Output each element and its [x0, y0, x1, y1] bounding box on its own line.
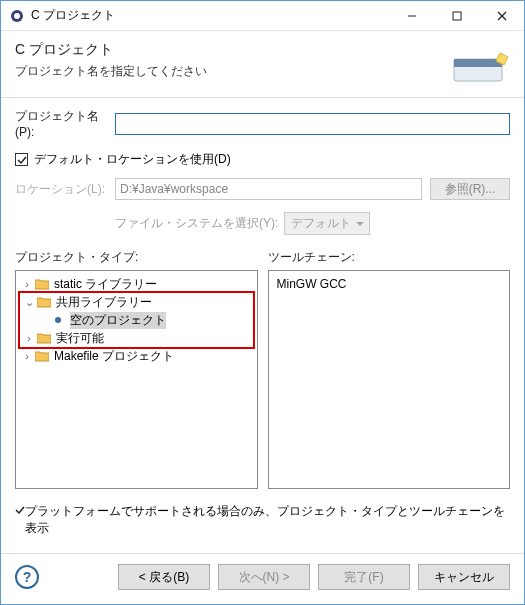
- finish-button: 完了(F): [318, 564, 410, 590]
- cancel-button[interactable]: キャンセル: [418, 564, 510, 590]
- chevron-right-icon[interactable]: ›: [22, 332, 36, 344]
- location-label: ロケーション(L):: [15, 181, 115, 198]
- columns: プロジェクト・タイプ: ›static ライブラリー⌄共用ライブラリー空のプロジ…: [15, 249, 510, 489]
- minimize-button[interactable]: [389, 1, 434, 30]
- project-name-input[interactable]: [115, 113, 510, 135]
- chevron-right-icon[interactable]: ›: [20, 278, 34, 290]
- toolchain-column: ツールチェーン: MinGW GCC: [268, 249, 511, 489]
- dialog-window: C プロジェクト C プロジェクト プロジェクト名を指定してください プロジェク…: [0, 0, 525, 605]
- app-icon: [9, 8, 25, 24]
- default-location-label: デフォルト・ロケーションを使用(D): [34, 151, 231, 168]
- wizard-header: C プロジェクト プロジェクト名を指定してください: [1, 31, 524, 98]
- wizard-banner-icon: [446, 41, 510, 89]
- project-type-caption: プロジェクト・タイプ:: [15, 249, 258, 266]
- folder-icon: [34, 278, 50, 290]
- close-button[interactable]: [479, 1, 524, 30]
- tree-item[interactable]: ›Makefile プロジェクト: [18, 347, 255, 365]
- project-name-label: プロジェクト名(P):: [15, 108, 115, 139]
- chevron-down-icon[interactable]: ⌄: [22, 296, 36, 309]
- highlight-box: ⌄共用ライブラリー空のプロジェクト›実行可能: [18, 291, 255, 349]
- window-title: C プロジェクト: [31, 7, 389, 24]
- svg-point-1: [14, 13, 20, 19]
- wizard-title: C プロジェクト: [15, 41, 438, 59]
- filesystem-row: ファイル・システムを選択(Y): デフォルト: [115, 212, 510, 235]
- filesystem-label: ファイル・システムを選択(Y):: [115, 215, 278, 232]
- toolchain-caption: ツールチェーン:: [268, 249, 511, 266]
- wizard-footer: ? < 戻る(B) 次へ(N) > 完了(F) キャンセル: [1, 554, 524, 604]
- svg-rect-7: [454, 59, 502, 67]
- titlebar: C プロジェクト: [1, 1, 524, 31]
- next-button: 次へ(N) >: [218, 564, 310, 590]
- toolchain-list[interactable]: MinGW GCC: [268, 270, 511, 489]
- tree-item-label: 共用ライブラリー: [56, 294, 152, 311]
- folder-icon: [36, 296, 52, 308]
- back-button[interactable]: < 戻る(B): [118, 564, 210, 590]
- project-name-row: プロジェクト名(P):: [15, 108, 510, 139]
- default-location-checkbox[interactable]: デフォルト・ロケーションを使用(D): [15, 151, 510, 168]
- filesystem-combo: デフォルト: [284, 212, 370, 235]
- wizard-body: プロジェクト名(P): デフォルト・ロケーションを使用(D) ロケーション(L)…: [1, 98, 524, 554]
- folder-icon: [34, 350, 50, 362]
- chevron-right-icon[interactable]: ›: [20, 350, 34, 362]
- svg-rect-3: [453, 12, 461, 20]
- platform-filter-checkbox[interactable]: プラットフォームでサポートされる場合のみ、プロジェクト・タイプとツールチェーンを…: [15, 503, 510, 537]
- project-type-column: プロジェクト・タイプ: ›static ライブラリー⌄共用ライブラリー空のプロジ…: [15, 249, 258, 489]
- checkbox-checked-icon: [15, 504, 25, 518]
- help-button[interactable]: ?: [15, 565, 39, 589]
- tree-item[interactable]: ⌄共用ライブラリー: [20, 293, 253, 311]
- tree-item-label: static ライブラリー: [54, 276, 157, 293]
- toolchain-item[interactable]: MinGW GCC: [271, 275, 508, 293]
- folder-icon: [36, 332, 52, 344]
- location-row: ロケーション(L): 参照(R)...: [15, 178, 510, 200]
- project-type-tree[interactable]: ›static ライブラリー⌄共用ライブラリー空のプロジェクト›実行可能›Mak…: [15, 270, 258, 489]
- location-input: [115, 178, 422, 200]
- tree-item-label: 空のプロジェクト: [70, 312, 166, 329]
- tree-item-label: 実行可能: [56, 330, 104, 347]
- platform-filter-label: プラットフォームでサポートされる場合のみ、プロジェクト・タイプとツールチェーンを…: [25, 503, 510, 537]
- checkbox-checked-icon: [15, 153, 28, 166]
- project-icon: [50, 315, 66, 325]
- browse-button: 参照(R)...: [430, 178, 510, 200]
- maximize-button[interactable]: [434, 1, 479, 30]
- svg-point-9: [55, 317, 61, 323]
- tree-item[interactable]: ›実行可能: [20, 329, 253, 347]
- tree-item[interactable]: 空のプロジェクト: [20, 311, 253, 329]
- tree-item-label: Makefile プロジェクト: [54, 348, 174, 365]
- wizard-subtitle: プロジェクト名を指定してください: [15, 63, 438, 80]
